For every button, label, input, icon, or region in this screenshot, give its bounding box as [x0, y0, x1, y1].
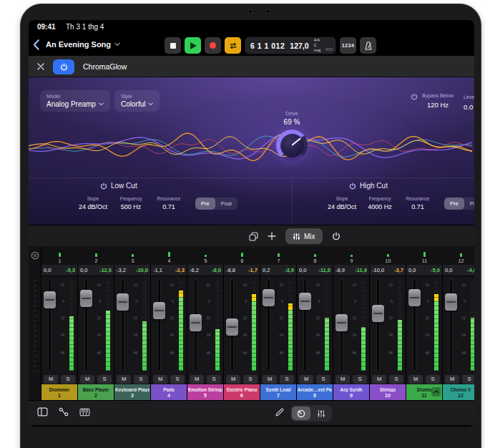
solo-button[interactable]: S — [243, 375, 258, 384]
mute-button[interactable]: M — [335, 375, 350, 384]
track-label[interactable]: Synth Lead 7 — [260, 384, 296, 400]
fader-handle[interactable] — [117, 293, 129, 311]
channel-number[interactable]: 8 — [297, 246, 333, 265]
channel-number[interactable]: 4 — [151, 246, 187, 265]
channel-number[interactable]: 12 — [443, 246, 474, 265]
solo-button[interactable]: S — [353, 375, 367, 384]
solo-button[interactable]: S — [97, 375, 112, 384]
channel-number[interactable]: 11 — [406, 246, 443, 265]
solo-button[interactable]: S — [426, 375, 440, 384]
fader-handle[interactable] — [263, 289, 275, 306]
solo-button[interactable]: S — [316, 375, 330, 384]
plugin-power-button[interactable] — [53, 59, 74, 74]
channel-number[interactable]: 9 — [333, 246, 370, 265]
solo-button[interactable]: S — [170, 375, 185, 384]
fader-handle[interactable] — [190, 314, 202, 331]
mute-button[interactable]: M — [190, 375, 204, 384]
play-surface-button[interactable] — [79, 407, 90, 417]
mixer-power-button[interactable] — [332, 232, 341, 240]
level-control[interactable]: Level 0.0 — [464, 94, 474, 111]
fader-handle[interactable] — [372, 305, 384, 322]
mute-button[interactable]: M — [372, 375, 386, 384]
solo-button[interactable]: S — [280, 375, 294, 384]
stop-button[interactable] — [165, 37, 181, 54]
faders-view-button[interactable] — [312, 406, 330, 420]
mix-button[interactable]: Mix — [285, 228, 323, 244]
fader-handle[interactable] — [226, 318, 238, 336]
count-in-button[interactable]: 1234 — [340, 37, 356, 54]
track-label[interactable]: Electric Piano 6 — [224, 384, 260, 400]
mute-button[interactable]: M — [226, 375, 240, 384]
channel-filter-icon[interactable] — [31, 251, 39, 260]
browser-button[interactable] — [37, 407, 48, 417]
track-label[interactable]: Drums 11 — [406, 384, 442, 400]
model-selector[interactable]: Model Analog Preamp — [40, 90, 110, 112]
track-label[interactable]: Emotion Strings 5 — [187, 384, 223, 400]
channel-number[interactable]: 10 — [370, 246, 406, 265]
fader-handle[interactable] — [153, 302, 165, 319]
solo-button[interactable]: S — [389, 375, 403, 384]
drive-knob[interactable] — [276, 130, 308, 161]
mute-button[interactable]: M — [153, 375, 167, 384]
fader-handle[interactable] — [445, 293, 457, 311]
pre-button[interactable]: Pre — [195, 198, 215, 210]
solo-button[interactable]: S — [462, 375, 474, 384]
resonance-control[interactable]: Resonance 0.71 — [403, 196, 432, 210]
mute-button[interactable]: M — [80, 375, 94, 384]
controls-view-button[interactable] — [292, 406, 310, 420]
mute-button[interactable]: M — [445, 375, 459, 384]
metronome-button[interactable] — [360, 37, 376, 54]
high-cut-power-button[interactable] — [349, 182, 356, 190]
frequency-control[interactable]: Frequency 4000 Hz — [366, 196, 394, 210]
track-label[interactable]: Bass Player 2 — [78, 384, 114, 400]
mute-button[interactable]: M — [408, 375, 423, 384]
channel-number[interactable]: 5 — [187, 246, 224, 265]
record-button[interactable] — [205, 37, 221, 54]
slope-control[interactable]: Slope 24 dB/Oct — [79, 196, 107, 210]
mute-button[interactable]: M — [117, 375, 131, 384]
mute-button[interactable]: M — [299, 375, 313, 384]
track-label[interactable]: Arcade…eet Pad 8 — [297, 384, 333, 400]
channel-number[interactable]: 1 — [41, 246, 78, 265]
fader-track[interactable] — [377, 280, 379, 371]
pre-button[interactable]: Pre — [444, 198, 464, 210]
resonance-control[interactable]: Resonance 0.71 — [155, 196, 183, 210]
lcd-display[interactable]: 6 1 1 012 127,0 4/4 C maj MIDI — [245, 36, 336, 54]
fader-handle[interactable] — [299, 293, 311, 310]
solo-button[interactable]: S — [61, 375, 75, 384]
fader-track[interactable] — [158, 280, 160, 371]
track-label[interactable]: Pads 4 — [151, 384, 187, 400]
track-label[interactable]: Drummer 1 — [41, 384, 77, 400]
channel-number[interactable]: 6 — [224, 246, 260, 265]
track-label[interactable]: Keyboard Player 3 — [114, 384, 150, 400]
solo-button[interactable]: S — [207, 375, 221, 384]
channel-number[interactable]: 3 — [114, 246, 151, 265]
fader-handle[interactable] — [335, 314, 348, 331]
cycle-button[interactable] — [225, 37, 241, 54]
track-label[interactable]: Chorus V 12 — [443, 384, 474, 400]
track-label[interactable]: Strings 10 — [370, 384, 406, 400]
add-button[interactable] — [268, 232, 276, 240]
channel-number[interactable]: 2 — [78, 246, 114, 265]
duplicate-button[interactable] — [249, 232, 258, 241]
style-selector[interactable]: Style Colorful — [114, 90, 160, 112]
slope-control[interactable]: Slope 24 dB/Oct — [328, 196, 356, 210]
fader-handle[interactable] — [80, 290, 92, 307]
edit-mode-button[interactable] — [275, 408, 284, 417]
fader-handle[interactable] — [44, 291, 56, 308]
mute-button[interactable]: M — [263, 375, 277, 384]
track-label[interactable]: Arp Synth 9 — [333, 384, 369, 400]
back-button[interactable] — [33, 39, 43, 51]
post-button[interactable]: Post — [464, 198, 474, 210]
frequency-control[interactable]: Frequency 500 Hz — [117, 196, 145, 210]
play-button[interactable] — [185, 37, 201, 54]
fader-handle[interactable] — [408, 289, 421, 306]
low-cut-power-button[interactable] — [100, 182, 107, 190]
song-title-menu[interactable]: An Evening Song — [46, 40, 120, 49]
close-plugin-button[interactable] — [37, 63, 44, 70]
post-button[interactable]: Post — [215, 198, 237, 210]
routing-button[interactable] — [59, 407, 69, 417]
mute-button[interactable]: M — [44, 375, 58, 384]
collapse-button[interactable] — [431, 387, 441, 396]
channel-number[interactable]: 7 — [260, 246, 297, 265]
